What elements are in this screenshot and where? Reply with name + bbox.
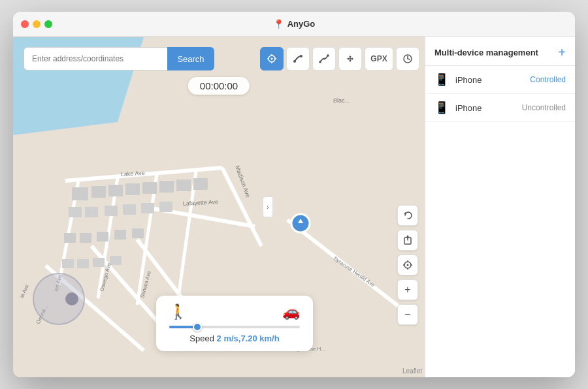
svg-rect-35 — [93, 258, 105, 267]
main-content: Lake Ave Madison Ave Lafayette Ave ion A… — [13, 37, 575, 377]
svg-line-70 — [408, 59, 410, 59]
right-panel: Multi-device management + 📱 iPhone Contr… — [425, 37, 575, 377]
svg-point-61 — [323, 58, 325, 60]
crosshair-icon — [267, 54, 277, 64]
svg-point-60 — [319, 61, 321, 63]
speed-control: 🚶 🚗 Speed 2 m/s,7.20 km/h — [156, 296, 313, 351]
zoom-in-button[interactable]: + — [397, 279, 418, 300]
traffic-lights — [21, 20, 52, 28]
route-tool-button[interactable] — [286, 47, 310, 70]
zoom-out-button[interactable]: − — [397, 304, 418, 325]
svg-rect-28 — [64, 233, 76, 243]
svg-rect-20 — [176, 179, 191, 191]
speed-value: 2 m/s,7.20 km/h — [217, 334, 280, 343]
search-bar: Search — [24, 47, 214, 70]
speed-slider-container — [169, 326, 300, 328]
svg-rect-33 — [62, 259, 74, 268]
svg-point-62 — [327, 54, 329, 57]
timer-badge: 00:00:00 — [188, 77, 250, 95]
device-icon-2: 📱 — [434, 101, 449, 115]
speed-slider-fill — [169, 326, 195, 328]
svg-rect-18 — [142, 182, 157, 194]
svg-rect-14 — [72, 187, 88, 200]
map-area: Lake Ave Madison Ave Lafayette Ave ion A… — [13, 37, 425, 377]
route-icon — [293, 54, 303, 64]
undo-button[interactable] — [397, 205, 418, 226]
device-icon-1: 📱 — [434, 72, 449, 87]
svg-rect-36 — [110, 256, 122, 265]
titlebar: 📍 AnyGo — [13, 12, 575, 37]
device-list: 📱 iPhone Controlled 📱 iPhone Uncontrolle… — [425, 66, 575, 377]
car-icon: 🚗 — [282, 303, 300, 320]
device-name-2: iPhone — [455, 103, 515, 113]
collapse-panel-button[interactable]: › — [263, 196, 273, 217]
svg-rect-31 — [114, 230, 126, 240]
svg-rect-19 — [159, 181, 174, 193]
device-item-1[interactable]: 📱 iPhone Controlled — [425, 66, 575, 94]
svg-point-66 — [350, 56, 351, 58]
gpx-tool-button[interactable]: GPX — [365, 47, 393, 70]
share-button[interactable] — [397, 230, 418, 251]
device-name-1: iPhone — [455, 75, 523, 85]
app-window: 📍 AnyGo — [13, 12, 575, 377]
svg-rect-34 — [77, 259, 89, 268]
svg-rect-17 — [125, 183, 140, 195]
panel-header: Multi-device management + — [425, 37, 575, 66]
add-device-button[interactable]: + — [558, 46, 566, 59]
minimize-button[interactable] — [33, 20, 41, 28]
svg-rect-29 — [80, 233, 91, 243]
svg-text:Lake Ave: Lake Ave — [121, 170, 145, 178]
map-toolbar: GPX — [260, 47, 419, 70]
undo-icon — [402, 210, 413, 221]
speed-slider-track — [169, 326, 300, 328]
joystick-outer[interactable] — [33, 273, 85, 325]
svg-rect-26 — [141, 203, 154, 213]
panel-title: Multi-device management — [434, 48, 538, 57]
device-status-1: Controlled — [530, 75, 566, 84]
svg-rect-21 — [193, 178, 208, 190]
svg-rect-23 — [85, 207, 98, 217]
svg-rect-24 — [105, 206, 118, 216]
svg-point-64 — [350, 58, 351, 60]
right-float-buttons: + − — [397, 205, 418, 325]
svg-rect-32 — [132, 228, 144, 238]
dots-icon — [345, 54, 355, 64]
multi-route-icon — [319, 54, 329, 64]
maximize-button[interactable] — [44, 20, 52, 28]
device-item-2[interactable]: 📱 iPhone Uncontrolled — [425, 94, 575, 122]
search-input[interactable] — [24, 47, 167, 70]
history-tool-button[interactable] — [396, 47, 419, 70]
svg-point-57 — [271, 58, 273, 60]
svg-rect-16 — [108, 185, 123, 196]
svg-rect-15 — [91, 186, 106, 198]
locate-button[interactable] — [397, 255, 418, 275]
speed-icons: 🚶 🚗 — [169, 303, 300, 320]
svg-marker-74 — [406, 236, 410, 238]
svg-text:Blac...: Blac... — [333, 97, 350, 104]
svg-point-67 — [350, 60, 351, 62]
joystick[interactable] — [33, 273, 85, 325]
svg-point-59 — [300, 55, 302, 57]
svg-point-65 — [351, 58, 353, 60]
svg-rect-25 — [123, 204, 136, 215]
app-icon: 📍 — [273, 19, 284, 29]
multi-route-tool-button[interactable] — [312, 47, 336, 70]
device-status-2: Uncontrolled — [522, 103, 566, 112]
leaflet-credit: Leaflet — [402, 367, 422, 375]
search-button[interactable]: Search — [167, 47, 214, 70]
svg-point-58 — [293, 60, 296, 63]
svg-point-76 — [407, 264, 409, 266]
svg-point-63 — [348, 58, 350, 60]
close-button[interactable] — [21, 20, 29, 28]
map-background: Lake Ave Madison Ave Lafayette Ave ion A… — [13, 37, 425, 377]
dots-tool-button[interactable] — [338, 47, 362, 70]
crosshair-tool-button[interactable] — [260, 47, 284, 70]
speed-text: Speed 2 m/s,7.20 km/h — [169, 334, 300, 343]
svg-rect-27 — [159, 202, 172, 212]
walk-icon: 🚶 — [169, 303, 187, 320]
locate-icon — [402, 260, 413, 270]
speed-slider-thumb[interactable] — [193, 322, 202, 332]
app-title: 📍 AnyGo — [273, 19, 316, 29]
svg-rect-22 — [69, 207, 82, 217]
history-icon — [402, 54, 413, 64]
